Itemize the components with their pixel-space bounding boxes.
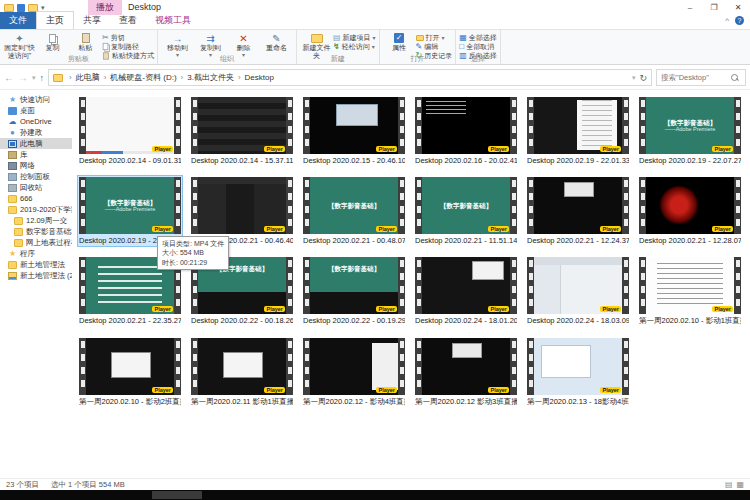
collapse-ribbon-icon[interactable]: ^	[725, 16, 729, 25]
breadcrumb-this-pc[interactable]: 此电脑	[74, 72, 102, 83]
film-strip-frame: Player	[191, 177, 293, 234]
video-file-tile[interactable]: Player Desktop 2020.02.14 - 09.01.31.02	[78, 96, 182, 166]
breadcrumb-drive-d[interactable]: 机械硬盘-资料 (D:)	[108, 72, 178, 83]
help-icon[interactable]: ?	[735, 16, 744, 25]
ribbon-tab-bar: 文件 主页 共享 查看 视频工具	[0, 15, 750, 29]
sidebar-item[interactable]: 回收站	[0, 182, 72, 193]
player-badge-label: Player	[488, 387, 509, 393]
player-badge-label: Player	[376, 226, 397, 232]
qat-customize-icon[interactable]	[17, 4, 25, 12]
video-file-tile[interactable]: Player 第一周2020.02.11 影动1班直播视频下	[190, 337, 294, 408]
copy-button[interactable]: 复制	[36, 31, 69, 52]
file-name[interactable]: 第一周2020.02.12 - 影动4班直播视频全	[303, 397, 405, 407]
file-name[interactable]: Desktop 2020.02.14 - 15.37.11.02	[191, 156, 293, 165]
breadcrumb-folder[interactable]: 3.截出文件夹	[185, 72, 236, 83]
player-badge: Player	[152, 306, 173, 312]
sidebar-item[interactable]: 2019-2020下学期随	[0, 204, 72, 215]
sidebar-item[interactable]: 库	[0, 149, 72, 160]
paste-label: 粘贴	[79, 44, 93, 52]
video-file-tile[interactable]: 【数字影音基础】 Player Desktop 2020.02.22 - 00.…	[302, 256, 406, 327]
video-file-tile[interactable]: Player 第一周2020.02.13 - 18影动4班直播视频全	[526, 337, 630, 408]
sidebar-item[interactable]: 快速访问	[0, 94, 72, 105]
file-name[interactable]: Desktop 2020.02.16 - 20.02.41.01	[415, 156, 517, 165]
easy-access-button[interactable]: ↯轻松访问▾	[333, 42, 376, 51]
sidebar-item[interactable]: 程序	[0, 248, 72, 259]
sidebar-item[interactable]: 新土地管理法 (2)	[0, 270, 72, 281]
sidebar-item[interactable]: 新土地管理法	[0, 259, 72, 270]
video-file-tile[interactable]: Player 第一周2020.02.12 影动3班直播视频上	[414, 337, 518, 408]
file-name[interactable]: Desktop 2020.02.22 - 00.19.29.03	[303, 316, 405, 325]
sidebar-item[interactable]: OneDrive	[0, 116, 72, 127]
details-view-icon[interactable]: ▤	[725, 480, 733, 489]
ribbon-group-clipboard: ✦ 固定到"快速访问" 复制 粘贴 ✂剪切 复制路径 粘贴快捷方式 剪贴板	[0, 30, 158, 64]
video-file-tile[interactable]: Player Desktop 2020.02.15 - 20.46.10.01	[302, 96, 406, 166]
sidebar-item[interactable]: 控制面板	[0, 171, 72, 182]
file-name[interactable]: 第一周2020.02.10 - 影动2班直播视频全	[79, 397, 181, 407]
file-name[interactable]: Desktop 2020.02.24 - 18.01.20.01	[415, 316, 517, 325]
sidebar-item[interactable]: 网络	[0, 160, 72, 171]
player-badge-label: Player	[600, 306, 621, 312]
file-name[interactable]: Desktop 2020.02.21 - 00.48.07.02	[303, 236, 405, 245]
sidebar-item[interactable]: 网上地表过程存留	[0, 237, 72, 248]
file-name[interactable]: Desktop 2020.02.24 - 18.03.09.02	[527, 316, 629, 325]
search-box[interactable]	[656, 69, 746, 86]
file-name[interactable]: 第一周2020.02.10 - 影动1班直播视频上	[639, 316, 741, 326]
video-file-tile[interactable]: Player Desktop 2020.02.16 - 20.02.41.01	[414, 96, 518, 166]
refresh-icon[interactable]: ↻	[639, 73, 647, 83]
file-name[interactable]: 第一周2020.02.13 - 18影动4班直播视频全	[527, 397, 629, 407]
paste-button[interactable]: 粘贴	[69, 31, 102, 52]
video-file-tile[interactable]: Player 第一周2020.02.12 - 影动4班直播视频全	[302, 337, 406, 408]
file-name[interactable]: Desktop 2020.02.19 - 22.01.33.01	[527, 156, 629, 165]
breadcrumb-desktop[interactable]: Desktop	[243, 73, 276, 82]
video-file-tile[interactable]: Player Desktop 2020.02.14 - 15.37.11.02	[190, 96, 294, 166]
thumbnail-view-icon[interactable]: ▦	[736, 480, 744, 489]
file-name[interactable]: Desktop 2020.02.22 - 00.18.26.02	[191, 316, 293, 325]
file-name[interactable]: Desktop 2020.02.21 - 12.28.07.03	[639, 236, 741, 245]
tab-video-tools[interactable]: 视频工具	[146, 12, 200, 29]
file-name[interactable]: Desktop 2020.02.19 - 22.07.27.02	[639, 156, 741, 165]
video-file-tile[interactable]: Player Desktop 2020.02.21 - 12.28.07.03	[638, 176, 742, 246]
sidebar-item[interactable]: 孙建政	[0, 127, 72, 138]
film-strip-edge	[303, 97, 310, 154]
file-name[interactable]: Desktop 2020.02.21 - 11.51.14.01	[415, 236, 517, 245]
close-button[interactable]: ✕	[726, 0, 750, 15]
video-file-tile[interactable]: Player Desktop 2020.02.19 - 22.01.33.01	[526, 96, 630, 166]
maximize-button[interactable]: ❐	[702, 0, 726, 15]
back-icon[interactable]: ←	[4, 72, 14, 83]
file-name[interactable]: Desktop 2020.02.21 - 12.24.37.02	[527, 236, 629, 245]
video-file-tile[interactable]: 【数字影音基础】 Player Desktop 2020.02.21 - 11.…	[414, 176, 518, 246]
up-icon[interactable]: ↑	[40, 73, 45, 83]
recent-locations-icon[interactable]: ▾	[32, 74, 36, 82]
file-name[interactable]: Desktop 2020.02.14 - 09.01.31.02	[79, 156, 181, 165]
forward-icon[interactable]: →	[18, 72, 28, 83]
player-badge: Player	[152, 146, 173, 152]
file-name[interactable]: 第一周2020.02.12 影动3班直播视频上	[415, 397, 517, 407]
video-file-tile[interactable]: 【数字影音基础】 ——Adobe Premiere Player Desktop…	[638, 96, 742, 166]
sidebar-item[interactable]: 12.09周一交	[0, 215, 72, 226]
sidebar-item[interactable]: 666	[0, 193, 72, 204]
minimize-button[interactable]: –	[678, 0, 702, 15]
video-file-tile[interactable]: Player 第一周2020.02.10 - 影动2班直播视频全	[78, 337, 182, 408]
address-breadcrumb-bar[interactable]: › 此电脑 › 机械硬盘-资料 (D:) › 3.截出文件夹 › Desktop…	[48, 69, 652, 86]
properties-button[interactable]: ✓ 属性	[383, 31, 416, 52]
file-name[interactable]: 第一周2020.02.11 影动1班直播视频下	[191, 397, 293, 407]
video-file-tile[interactable]: Player Desktop 2020.02.24 - 18.03.09.02	[526, 256, 630, 327]
video-file-tile[interactable]: 【数字影音基础】 Player Desktop 2020.02.21 - 00.…	[302, 176, 406, 246]
video-file-tile[interactable]: Player 第一周2020.02.10 - 影动1班直播视频上	[638, 256, 742, 327]
search-input[interactable]	[657, 73, 731, 82]
sidebar-item[interactable]: 桌面	[0, 105, 72, 116]
sidebar-item[interactable]: 数字影音基础相关	[0, 226, 72, 237]
tab-file[interactable]: 文件	[0, 12, 36, 29]
tab-view[interactable]: 查看	[110, 12, 146, 29]
sidebar-item[interactable]: 此电脑	[0, 138, 72, 149]
video-file-tile[interactable]: Player Desktop 2020.02.21 - 12.24.37.02	[526, 176, 630, 246]
address-dropdown-icon[interactable]: ▾	[632, 74, 636, 82]
rename-button[interactable]: ✎ 重命名	[260, 31, 293, 52]
film-strip-frame: 【数字影音基础】 ——Adobe Premiere Player	[79, 177, 181, 234]
tab-home[interactable]: 主页	[36, 11, 74, 29]
player-badge: Player	[488, 306, 509, 312]
file-name[interactable]: Desktop 2020.02.15 - 20.46.10.01	[303, 156, 405, 165]
file-name[interactable]: Desktop 2020.02.21 - 22.35.27.01	[79, 316, 181, 325]
video-file-tile[interactable]: Player Desktop 2020.02.24 - 18.01.20.01	[414, 256, 518, 327]
tab-share[interactable]: 共享	[74, 12, 110, 29]
